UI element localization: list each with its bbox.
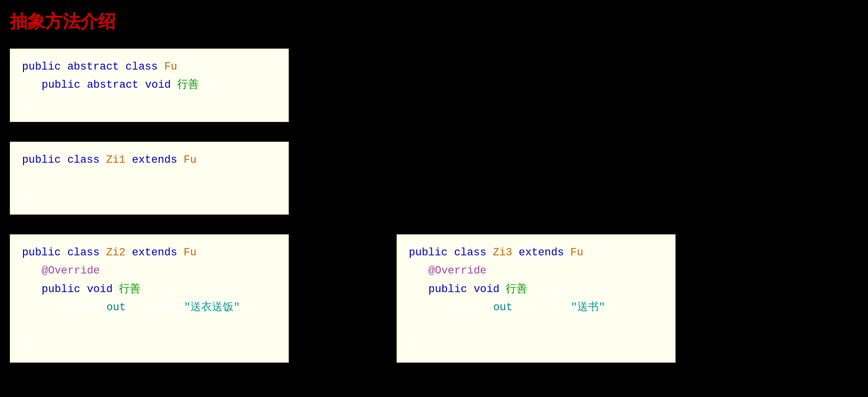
kw-extends-zi2: extends (132, 247, 177, 259)
kw-extends-zi3: extends (518, 247, 563, 259)
zi3-line-2: @Override (409, 262, 663, 280)
class-zi3: Zi3 (493, 247, 513, 259)
kw-public-zi3-method: public (428, 283, 467, 296)
zi1-line-3: } (22, 187, 277, 205)
out-zi2: out (106, 301, 126, 314)
kw-public-zi2-method: public (42, 283, 80, 296)
open-brace-zi3: { (590, 247, 596, 259)
override-zi2: @Override (42, 265, 100, 277)
sys-zi3: System. (448, 301, 493, 314)
method-end-zi2: () { (147, 283, 173, 296)
zi3-line-5: } (409, 317, 663, 335)
kw-class-zi1: class (67, 154, 99, 166)
kw-class: class (125, 61, 158, 73)
println-zi3: .println( (513, 301, 571, 314)
zi2-line-4: System.out.println("送衣送饭"); (22, 298, 277, 317)
zi3-line-1: public class Zi3 extends Fu { (409, 244, 663, 262)
section-abstract-class: public abstract class Fu { public abstra… (10, 49, 858, 122)
method-name: 行善 (177, 79, 199, 91)
parent-fu-zi1: Fu (184, 154, 196, 166)
code-line-1: public abstract class Fu { (22, 58, 277, 76)
kw-public-zi1: public (22, 154, 61, 166)
code-box-fu: public abstract class Fu { public abstra… (10, 49, 289, 122)
parent-fu-zi2: Fu (184, 247, 196, 259)
method-zi2: 行善 (119, 283, 141, 296)
method-end: (); (205, 79, 225, 91)
section-bottom: public class Zi2 extends Fu { @Override … (10, 234, 858, 363)
class-name-fu: Fu (164, 61, 177, 73)
zi2-line-1: public class Zi2 extends Fu { (22, 244, 277, 262)
close-brace: } (22, 98, 28, 110)
zi1-line-2 (22, 170, 277, 187)
zi3-line-6: } (409, 335, 663, 353)
kw-abstract: abstract (67, 61, 119, 73)
zi3-line-4: System.out.println("送书"); (409, 298, 663, 317)
zi2-line-3: public void 行善 () { (22, 280, 277, 298)
code-box-zi2: public class Zi2 extends Fu { @Override … (10, 234, 289, 363)
code-line-3: } (22, 95, 277, 113)
override-zi3: @Override (428, 265, 487, 277)
str-zi3: "送书" (571, 301, 605, 314)
method-zi3: 行善 (506, 283, 527, 296)
class-zi2: Zi2 (106, 247, 126, 259)
open-brace-zi1: { (203, 154, 210, 166)
end-zi3: ); (605, 301, 618, 314)
zi2-line-2: @Override (22, 262, 277, 280)
inner-close-zi3: } (428, 320, 435, 332)
kw-class-zi2: class (67, 247, 99, 259)
section-zi1: public class Zi1 extends Fu { } (10, 142, 858, 215)
kw-void-zi3: void (473, 283, 499, 296)
end-zi2: ); (240, 301, 253, 314)
zi2-line-6: } (22, 335, 277, 353)
inner-close-zi2: } (42, 320, 48, 332)
str-zi2: "送衣送饭" (184, 301, 240, 314)
kw-class-zi3: class (454, 247, 486, 259)
close-brace-zi2: } (22, 338, 28, 350)
out-zi3: out (493, 301, 513, 314)
parent-fu-zi3: Fu (570, 247, 583, 259)
code-line-2: public abstract void 行善 (); (22, 76, 277, 94)
method-end-zi3: () { (534, 283, 560, 296)
sys-zi2: System. (61, 301, 106, 314)
kw-public-zi3: public (409, 247, 447, 259)
class-zi1: Zi1 (106, 154, 126, 166)
kw-public: public (22, 61, 61, 73)
zi3-line-3: public void 行善 () { (409, 280, 663, 298)
kw-public2: public (42, 79, 80, 91)
zi2-line-5: } (22, 317, 277, 335)
kw-void-zi2: void (87, 283, 113, 296)
open-brace: { (184, 61, 190, 73)
zi1-line-1: public class Zi1 extends Fu { (22, 151, 277, 169)
kw-void: void (145, 79, 171, 91)
close-brace-zi3: } (409, 338, 415, 350)
code-box-zi1: public class Zi1 extends Fu { } (10, 142, 289, 215)
println-zi2: .println( (126, 301, 184, 314)
page-title: 抽象方法介绍 (10, 10, 858, 34)
kw-public-zi2: public (22, 247, 61, 259)
close-brace-zi1: } (22, 190, 28, 202)
kw-abstract2: abstract (87, 79, 139, 91)
open-brace-zi2: { (203, 247, 210, 259)
code-box-zi3: public class Zi3 extends Fu { @Override … (397, 234, 676, 363)
kw-extends-zi1: extends (132, 154, 177, 166)
